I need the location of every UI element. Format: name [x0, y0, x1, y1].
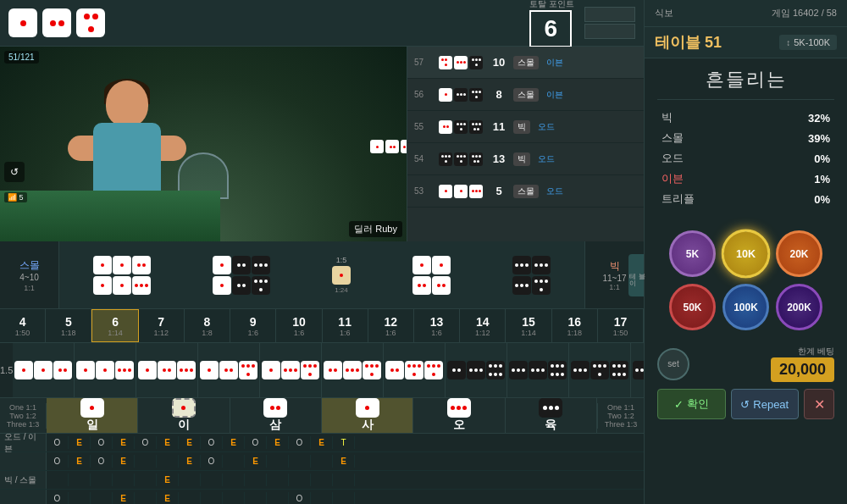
- num-17[interactable]: 17 1:50: [598, 309, 644, 342]
- side-tab[interactable]: 테이블: [628, 254, 644, 296]
- dice-cell-13[interactable]: [569, 343, 631, 397]
- stat-small-value: 39%: [808, 132, 830, 145]
- chip-100k[interactable]: 100K: [722, 284, 769, 330]
- named-bet-yuk[interactable]: 육: [506, 398, 597, 433]
- named-i-label: 이: [178, 418, 190, 433]
- num-15[interactable]: 15 1:14: [506, 309, 551, 342]
- dice-cell-14[interactable]: [631, 343, 644, 397]
- special-die[interactable]: [332, 266, 351, 285]
- hist-row-odd-even: 오드 / 이븐 O E O E O E E O E O E O E: [0, 434, 644, 452]
- sm-d6[interactable]: [132, 276, 151, 295]
- set-button[interactable]: set: [657, 348, 689, 380]
- stat-big-value: 32%: [808, 112, 830, 125]
- sm-d12[interactable]: [252, 276, 270, 295]
- sm-d2[interactable]: [113, 256, 131, 274]
- bk-d3[interactable]: [512, 276, 531, 295]
- history-row-57: 57 10 스몰 이븐: [407, 47, 644, 79]
- h53-d2: [454, 185, 468, 198]
- bk-d4[interactable]: [532, 276, 551, 295]
- hist-eo-54: 오드: [534, 152, 559, 166]
- named-il-label: 일: [86, 418, 98, 433]
- named-bet-i[interactable]: 이: [138, 398, 230, 433]
- named-bet-sam[interactable]: 삼: [230, 398, 322, 433]
- h55-d3: [469, 120, 483, 134]
- history-row-55: 55 11 빅 오드: [407, 111, 644, 143]
- num-12[interactable]: 12 1:6: [368, 309, 414, 342]
- dice-cell-10[interactable]: [384, 343, 446, 397]
- num-9[interactable]: 9 1:6: [230, 309, 276, 342]
- chip-20k[interactable]: 20K: [776, 230, 822, 277]
- dice-cell-11[interactable]: [446, 343, 507, 397]
- bet-range-icon: ↕: [786, 38, 790, 47]
- cancel-label: ✕: [814, 396, 825, 413]
- num-5[interactable]: 5 1:18: [46, 309, 91, 342]
- chip-50k[interactable]: 50K: [669, 284, 716, 330]
- chip-200k[interactable]: 200K: [776, 284, 822, 330]
- hist-size-53: 스몰: [513, 185, 539, 198]
- hist-id-57: 57: [414, 58, 435, 67]
- sm-d10[interactable]: [213, 276, 231, 295]
- bet-controls: set 한계 베팅 20,000 ✓ 확인 ↺ Repeat ✕: [645, 339, 847, 426]
- dome-die-1: [370, 140, 384, 153]
- hist-label-oe: 오드 / 이븐: [0, 434, 47, 451]
- hist-eo-53: 오드: [542, 185, 567, 198]
- ev-d4[interactable]: [432, 276, 451, 295]
- num-16[interactable]: 16 1:18: [552, 309, 598, 342]
- named-bet-o[interactable]: 오: [413, 398, 505, 433]
- chip-5k[interactable]: 5K: [669, 230, 716, 277]
- dice-cell-9[interactable]: [322, 343, 384, 397]
- dice-cell-6[interactable]: [136, 343, 198, 397]
- die-2: [42, 8, 71, 37]
- chip-10k[interactable]: 10K: [722, 230, 771, 279]
- h54-d2: [454, 152, 468, 166]
- hist-size-55: 빅: [513, 120, 530, 134]
- num-14[interactable]: 14 1:12: [460, 309, 506, 342]
- num-13[interactable]: 13 1:6: [414, 309, 460, 342]
- repeat-button[interactable]: ↺ Repeat: [731, 389, 800, 419]
- signal-info: 📶 5: [4, 192, 27, 202]
- history-box: [584, 7, 635, 39]
- num-8[interactable]: 8 1:8: [185, 309, 230, 342]
- dice-cell-5[interactable]: [75, 343, 136, 397]
- sm-d5[interactable]: [113, 276, 131, 295]
- stat-triple-value: 0%: [814, 193, 830, 206]
- sm-d1[interactable]: [93, 256, 112, 274]
- num-11[interactable]: 11 1:6: [323, 309, 368, 342]
- history-panel: 57 10 스몰 이븐 56: [407, 47, 644, 241]
- sm-d4[interactable]: [93, 276, 112, 295]
- cancel-button[interactable]: ✕: [804, 389, 834, 419]
- sidebar-header: 식보 게임 16402 / 58: [645, 0, 847, 27]
- num-4[interactable]: 4 1:50: [0, 309, 46, 342]
- stat-odd-label: 오드: [662, 151, 684, 166]
- dice-cell-7[interactable]: [198, 343, 260, 397]
- ev-d3[interactable]: [412, 276, 431, 295]
- confirm-button[interactable]: ✓ 확인: [657, 389, 726, 419]
- small-bet-label[interactable]: 스몰 4~10 1:1: [0, 241, 59, 308]
- ev-d2[interactable]: [432, 256, 451, 274]
- sm-d7[interactable]: [213, 256, 231, 274]
- stat-small: 스몰 39%: [662, 130, 830, 146]
- dice-cell-8[interactable]: [260, 343, 322, 397]
- stat-triple-label: 트리플: [662, 191, 695, 207]
- sm-d9[interactable]: [252, 256, 270, 274]
- ev-d1[interactable]: [412, 256, 431, 274]
- die-1: [8, 8, 37, 37]
- h57-d3: [469, 56, 483, 69]
- num-6[interactable]: 6 1:14: [91, 309, 138, 342]
- num-7[interactable]: 7 1:12: [139, 309, 185, 342]
- named-bet-il[interactable]: 일: [47, 398, 138, 433]
- num-10[interactable]: 10 1:6: [276, 309, 322, 342]
- game-id: 게임 16402 / 58: [772, 7, 837, 19]
- dice-cell-4[interactable]: [13, 343, 75, 397]
- sm-d3[interactable]: [132, 256, 151, 274]
- dice-cell-12[interactable]: [507, 343, 569, 397]
- sm-d11[interactable]: [232, 276, 251, 295]
- sm-d8[interactable]: [232, 256, 251, 274]
- dome-die-2: [385, 140, 399, 153]
- top-area: 토탈 포인트 6: [0, 0, 644, 47]
- named-bet-sa[interactable]: 사: [322, 398, 413, 433]
- refresh-button[interactable]: ↺: [4, 162, 25, 182]
- bk-d1[interactable]: [512, 256, 531, 274]
- bk-d2[interactable]: [532, 256, 551, 274]
- hist-id-53: 53: [414, 186, 435, 196]
